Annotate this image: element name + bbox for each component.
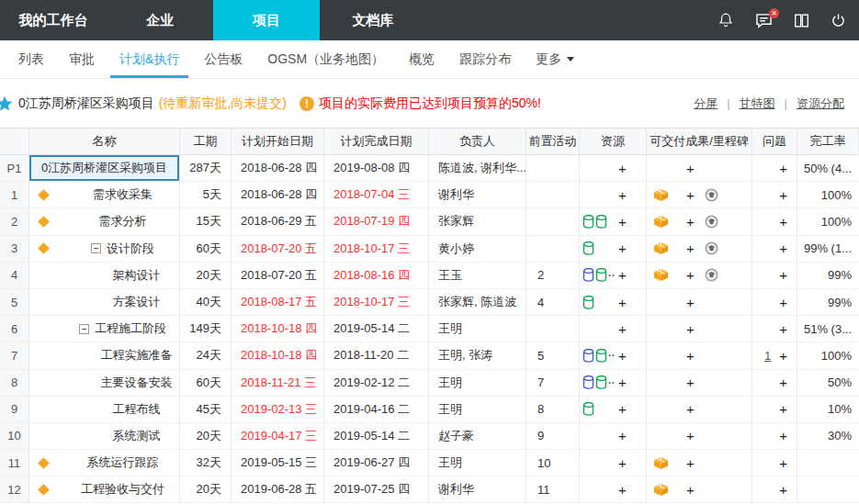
owner-cell[interactable]: 黄小婷 <box>429 236 526 263</box>
nav-tab-document-library[interactable]: 文档库 <box>320 0 426 40</box>
gantt-chart-link[interactable]: 甘特图 <box>740 95 775 112</box>
completion-rate-cell[interactable]: 30% <box>797 423 859 450</box>
add-resource-button[interactable]: + <box>618 429 627 442</box>
owner-cell[interactable]: 谢利华 <box>429 476 526 503</box>
predecessor-cell[interactable] <box>526 208 580 235</box>
resource-cylinder-icon[interactable] <box>595 375 607 389</box>
end-date-cell[interactable]: 2018-10-17 三 <box>324 236 429 263</box>
tab-plan-execution[interactable]: 计划&执行 <box>119 40 179 78</box>
nav-tab-project[interactable]: 项目 <box>213 0 320 40</box>
resource-cylinder-icon[interactable] <box>595 268 607 282</box>
end-date-cell[interactable]: 2019-05-14 二 <box>324 316 429 342</box>
duration-cell[interactable]: 45天 <box>180 397 232 423</box>
owner-cell[interactable]: 赵子豪 <box>429 423 526 450</box>
add-issue-button[interactable]: + <box>779 483 787 497</box>
add-resource-button[interactable]: + <box>618 322 627 336</box>
owner-cell[interactable]: 张家辉, 陈道波 <box>429 289 526 316</box>
add-issue-button[interactable]: + <box>779 456 787 470</box>
predecessor-cell[interactable]: 7 <box>526 370 580 397</box>
tab-approval[interactable]: 审批 <box>69 40 95 78</box>
add-resource-button[interactable]: + <box>618 483 627 497</box>
add-resource-button[interactable]: + <box>618 162 627 175</box>
task-name-cell[interactable]: 主要设备安装 <box>29 370 180 397</box>
predecessor-cell[interactable] <box>526 236 580 263</box>
start-date-cell[interactable]: 2018-07-20 五 <box>232 236 324 263</box>
predecessor-cell[interactable]: 9 <box>526 423 580 450</box>
task-name-cell[interactable]: 0江苏周桥灌区采购项目 <box>29 155 180 182</box>
add-issue-button[interactable]: + <box>779 349 787 363</box>
milestone-medal-icon[interactable] <box>705 268 718 282</box>
end-date-cell[interactable]: 2019-06-27 四 <box>324 450 429 476</box>
add-resource-button[interactable]: + <box>618 402 627 416</box>
duration-cell[interactable]: 24天 <box>180 342 232 369</box>
task-name-cell[interactable]: 架构设计 <box>29 263 180 289</box>
task-name-cell[interactable]: 方案设计 <box>29 289 180 316</box>
resource-cylinder-icon[interactable] <box>582 268 594 282</box>
task-name-cell[interactable]: 工程验收与交付 <box>29 476 180 503</box>
tab-ogsm[interactable]: OGSM（业务地图） <box>267 40 384 78</box>
predecessor-cell[interactable]: 10 <box>526 450 580 476</box>
deliverable-box-icon[interactable] <box>653 241 669 255</box>
predecessor-cell[interactable]: 2 <box>526 263 580 289</box>
end-date-cell[interactable]: 2018-08-16 四 <box>324 263 429 289</box>
end-date-cell[interactable]: 2019-02-12 二 <box>324 370 429 397</box>
add-deliverable-button[interactable]: + <box>686 215 695 229</box>
owner-cell[interactable]: 王玉 <box>429 263 526 289</box>
completion-rate-cell[interactable]: 99% <box>797 263 859 289</box>
predecessor-cell[interactable] <box>526 182 580 208</box>
end-date-cell[interactable]: 2018-10-17 三 <box>324 289 429 316</box>
task-name-cell[interactable]: 工程布线 <box>29 397 180 423</box>
duration-cell[interactable]: 32天 <box>180 450 232 476</box>
add-deliverable-button[interactable]: + <box>686 162 695 175</box>
predecessor-cell[interactable] <box>526 316 580 342</box>
completion-rate-cell[interactable]: 10% <box>797 397 859 423</box>
add-issue-button[interactable]: + <box>779 188 787 202</box>
add-issue-button[interactable]: + <box>779 162 787 175</box>
resource-cylinder-icon[interactable] <box>582 215 594 229</box>
completion-rate-cell[interactable]: 100% <box>797 208 859 235</box>
milestone-medal-icon[interactable] <box>705 241 718 255</box>
completion-rate-cell[interactable]: 100% <box>797 182 859 208</box>
bell-icon[interactable] <box>718 12 734 28</box>
completion-rate-cell[interactable] <box>797 476 859 503</box>
resource-cylinder-icon[interactable] <box>582 402 594 416</box>
add-deliverable-button[interactable]: + <box>686 349 695 363</box>
start-date-cell[interactable]: 2018-10-18 四 <box>232 316 324 342</box>
duration-cell[interactable]: 20天 <box>180 263 232 289</box>
start-date-cell[interactable]: 2019-04-17 三 <box>232 423 324 450</box>
duration-cell[interactable]: 60天 <box>180 370 232 397</box>
add-resource-button[interactable]: + <box>618 188 627 202</box>
resource-cylinder-icon[interactable] <box>582 375 594 389</box>
completion-rate-cell[interactable]: 99% (1... <box>797 236 859 263</box>
duration-cell[interactable]: 5天 <box>180 182 232 208</box>
task-name-cell[interactable]: 工程施工阶段 <box>29 316 180 342</box>
end-date-cell[interactable]: 2019-05-14 二 <box>324 423 429 450</box>
completion-rate-cell[interactable]: 51% (3... <box>797 316 859 342</box>
task-name-cell[interactable]: 系统测试 <box>29 423 180 450</box>
start-date-cell[interactable]: 2019-06-28 五 <box>232 476 324 503</box>
more-menu[interactable]: 更多 <box>536 40 574 78</box>
resource-cylinder-icon[interactable] <box>582 241 594 255</box>
collapse-icon[interactable] <box>91 243 101 253</box>
owner-cell[interactable]: 王明 <box>429 370 526 397</box>
completion-rate-cell[interactable]: 50% <box>797 370 859 397</box>
duration-cell[interactable]: 20天 <box>180 476 232 503</box>
add-deliverable-button[interactable]: + <box>686 268 695 282</box>
add-deliverable-button[interactable]: + <box>686 402 695 416</box>
duration-cell[interactable]: 60天 <box>180 236 232 263</box>
owner-cell[interactable]: 王明 <box>429 450 526 476</box>
duration-cell[interactable]: 40天 <box>180 289 232 316</box>
owner-cell[interactable]: 王明 <box>429 397 526 423</box>
resource-cylinder-icon[interactable] <box>582 296 594 309</box>
completion-rate-cell[interactable]: 50% (4... <box>797 155 859 182</box>
nav-tab-my-workspace[interactable]: 我的工作台 <box>0 0 107 40</box>
milestone-medal-icon[interactable] <box>705 215 718 229</box>
add-deliverable-button[interactable]: + <box>686 483 695 497</box>
split-view-icon[interactable] <box>794 13 809 28</box>
task-name-cell[interactable]: 需求分析 <box>29 208 180 235</box>
add-resource-button[interactable]: + <box>618 375 627 389</box>
completion-rate-cell[interactable]: 99% <box>797 289 859 316</box>
start-date-cell[interactable]: 2018-11-21 三 <box>232 370 324 397</box>
owner-cell[interactable]: 王明 <box>429 316 526 342</box>
task-name-cell[interactable]: 设计阶段 <box>29 236 180 263</box>
